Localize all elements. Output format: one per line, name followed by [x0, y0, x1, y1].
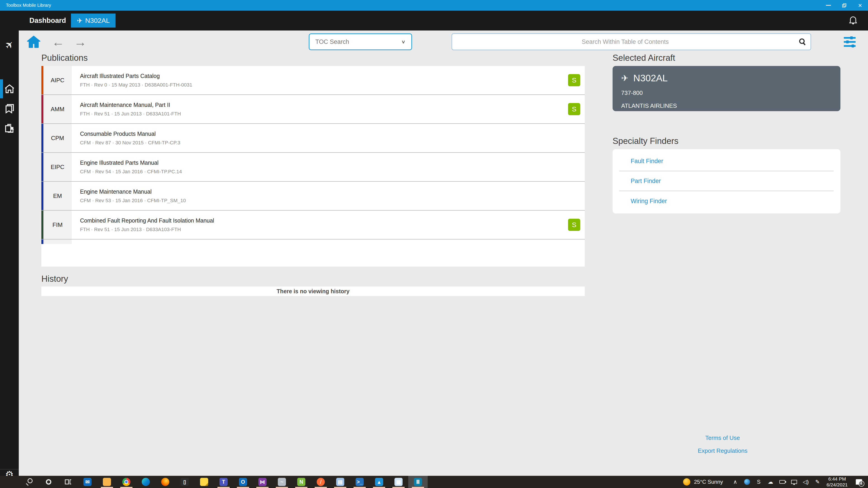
home-outline-icon: [4, 84, 15, 94]
taskbar-powershell-button[interactable]: >_: [350, 476, 369, 488]
chevron-down-icon: ∨: [401, 39, 405, 45]
taskbar-start-button[interactable]: [0, 476, 20, 488]
taskbar-stickynotes-button[interactable]: [194, 476, 214, 488]
tray-battery-icon[interactable]: [776, 476, 788, 488]
battery-icon: [779, 480, 785, 484]
publication-code: AMM: [43, 95, 72, 123]
taskbar-sysmon-button[interactable]: ~: [272, 476, 291, 488]
selected-aircraft-card[interactable]: ✈ N302AL 737-800 ATLANTIS AIRLINES: [613, 66, 840, 111]
taskbar-explorer-button[interactable]: [97, 476, 117, 488]
publication-meta: FTH · Rev 0 · 15 May 2013 · D638A001-FTH…: [80, 82, 568, 88]
taskbar-task-view-button[interactable]: [58, 476, 78, 488]
publication-row[interactable]: AIPCAircraft Illustrated Parts CatalogFT…: [41, 66, 585, 95]
windows-start-icon: [6, 478, 14, 486]
filter-sliders-icon: [844, 36, 856, 39]
system-tray: 25°C Sunny ∧ S☁◁)✎ 6:44 PM 6/24/2021 4: [683, 476, 868, 488]
close-button[interactable]: ×: [852, 0, 868, 11]
taskbar-toolbox-button[interactable]: Ⅲ: [408, 476, 428, 488]
notifications-bell-button[interactable]: [849, 16, 857, 25]
restore-button[interactable]: [836, 0, 852, 11]
running-indicator: [373, 487, 385, 488]
taskbar-mail-button[interactable]: ✉: [78, 476, 97, 488]
taskbar-weather-widget[interactable]: 25°C Sunny: [683, 478, 723, 486]
taskbar-yourphone-button[interactable]: ▯: [175, 476, 194, 488]
publication-title: Combined Fault Reporting And Fault Isola…: [80, 217, 568, 224]
visualstudio-icon: ⋈: [258, 478, 267, 486]
publication-row[interactable]: EIPCEngine Illustrated Parts ManualCFM ·…: [41, 153, 585, 182]
toc-search-dropdown-value: TOC Search: [315, 38, 349, 45]
running-indicator: [217, 487, 230, 488]
taskbar-outlook-button[interactable]: O: [233, 476, 253, 488]
terms-of-use-link[interactable]: Terms of Use: [705, 434, 740, 442]
publication-row[interactable]: EMEngine Maintenance ManualCFM · Rev 53 …: [41, 182, 585, 210]
publication-meta: CFM · Rev 53 · 15 Jan 2016 · CFMI-TP_SM_…: [80, 198, 585, 203]
tray-globe-icon[interactable]: [741, 476, 753, 488]
publication-title: Aircraft Illustrated Parts Catalog: [80, 73, 568, 79]
wiring-finder-link[interactable]: Wiring Finder: [631, 198, 667, 205]
mail-icon: ✉: [84, 478, 92, 486]
history-heading: History: [41, 274, 68, 284]
taskbar-resmon-button[interactable]: ▦: [389, 476, 408, 488]
back-button[interactable]: ←: [50, 34, 66, 50]
action-center-button[interactable]: 4: [852, 476, 866, 488]
publication-row[interactable]: AMMAircraft Maintenance Manual, Part IIF…: [41, 95, 585, 124]
aircraft-operator: ATLANTIS AIRLINES: [621, 102, 840, 109]
tray-chevron-up-button[interactable]: ∧: [730, 476, 741, 488]
running-indicator: [315, 487, 327, 488]
sidebar-item-home[interactable]: [0, 79, 19, 98]
running-indicator: [276, 487, 288, 488]
resmon-icon: ▦: [395, 478, 403, 486]
taskbar-edge-button[interactable]: [136, 476, 156, 488]
tray-pen-icon[interactable]: ✎: [812, 476, 824, 488]
taskbar-items: ✉▯TO⋈~N/▤>_▴▦Ⅲ: [0, 476, 428, 488]
taskbar-visualstudio-button[interactable]: ⋈: [253, 476, 272, 488]
tray-sharex-icon[interactable]: S: [753, 476, 765, 488]
sidebar-item-library[interactable]: [0, 119, 19, 138]
firefox-icon: [161, 478, 169, 486]
minimize-button[interactable]: [820, 0, 836, 11]
yourphone-icon: ▯: [181, 478, 189, 486]
tray-volume-icon[interactable]: ◁): [800, 476, 812, 488]
edge-icon: [142, 478, 150, 486]
taskbar-search-button[interactable]: [20, 476, 39, 488]
notepadpp-icon: N: [297, 478, 305, 486]
publication-accent-bar: [41, 66, 43, 94]
airplane-icon: ✈: [621, 73, 628, 83]
publication-row[interactable]: FIMCombined Fault Reporting And Fault Is…: [41, 210, 585, 239]
window-title: Toolbox Mobile Library: [0, 3, 51, 8]
taskbar-clock[interactable]: 6:44 PM 6/24/2021: [827, 476, 848, 488]
sidebar-item-bookmarks[interactable]: [0, 99, 19, 118]
stickynotes-icon: [200, 478, 208, 486]
left-sidebar: ✈ ⚙ »»: [0, 31, 19, 476]
taskbar-photos-button[interactable]: ▴: [369, 476, 389, 488]
publication-accent-bar: [41, 210, 43, 239]
search-submit-button[interactable]: [798, 38, 806, 46]
aircraft-model: 737-800: [621, 90, 840, 96]
taskbar-teams-button[interactable]: T: [214, 476, 233, 488]
sync-status-badge: S: [568, 74, 580, 86]
filter-settings-button[interactable]: [844, 36, 856, 47]
fault-finder-link[interactable]: Fault Finder: [631, 158, 663, 165]
taskbar-cortana-button[interactable]: [39, 476, 58, 488]
taskbar-chrome-button[interactable]: [117, 476, 136, 488]
publication-row[interactable]: CPMConsumable Products ManualCFM · Rev 8…: [41, 124, 585, 153]
toc-search-bar: [452, 33, 811, 50]
aircraft-tab[interactable]: ✈ N302AL: [71, 13, 116, 28]
home-icon: [27, 35, 40, 48]
taskbar-postman-button[interactable]: /: [311, 476, 331, 488]
tray-display-icon[interactable]: [788, 476, 800, 488]
running-indicator: [412, 487, 424, 488]
toc-search-dropdown[interactable]: TOC Search ∨: [309, 33, 412, 50]
taskbar-firefox-button[interactable]: [156, 476, 175, 488]
powershell-icon: >_: [355, 478, 364, 486]
search-input[interactable]: [452, 38, 798, 45]
taskbar-notepadpp-button[interactable]: N: [291, 476, 311, 488]
part-finder-link[interactable]: Part Finder: [631, 177, 661, 185]
minimize-icon: [826, 5, 831, 6]
export-regulations-link[interactable]: Export Regulations: [698, 447, 747, 454]
forward-button[interactable]: →: [72, 34, 88, 50]
taskbar-notebook-button[interactable]: ▤: [331, 476, 350, 488]
publications-list: AIPCAircraft Illustrated Parts CatalogFT…: [41, 66, 585, 267]
home-button[interactable]: [26, 34, 42, 50]
tray-onedrive-icon[interactable]: ☁: [765, 476, 776, 488]
